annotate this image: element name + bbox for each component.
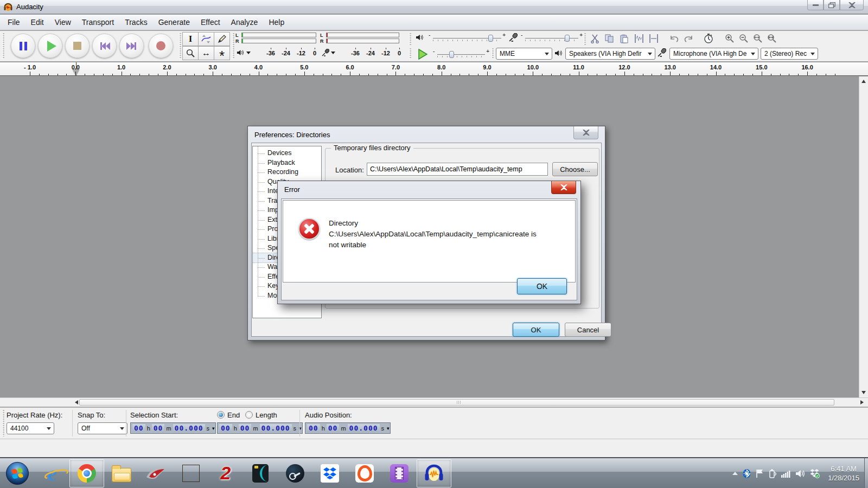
selection-toolbar-grip[interactable] (2, 410, 4, 436)
bluetooth-icon[interactable] (743, 469, 751, 478)
transport-toolbar-grip[interactable] (2, 33, 4, 59)
menu-tracks[interactable]: Tracks (119, 16, 152, 29)
selection-end-field[interactable]: 00h00m00.000s▾ (217, 422, 303, 434)
taskbar-chrome[interactable] (69, 459, 104, 487)
trim-audio-button[interactable] (632, 32, 646, 45)
close-button[interactable] (840, 0, 864, 10)
dropbox-tray-icon[interactable] (810, 469, 820, 478)
paste-button[interactable] (617, 32, 631, 45)
start-button[interactable] (0, 459, 35, 487)
preferences-cancel-button[interactable]: Cancel (565, 323, 611, 337)
time-digits[interactable]: 00 (152, 424, 165, 432)
taskbar-file-explorer[interactable] (104, 459, 139, 487)
length-radio-label[interactable]: Length (256, 411, 277, 419)
tools-toolbar-grip[interactable] (179, 33, 181, 59)
restore-button[interactable] (824, 0, 840, 10)
minimize-button[interactable] (807, 0, 824, 10)
scroll-right-icon[interactable] (860, 400, 864, 404)
pause-button[interactable] (11, 34, 35, 58)
playback-meter[interactable]: L R -36-24-120 (234, 32, 317, 60)
scroll-up-icon[interactable] (861, 80, 866, 83)
sync-lock-clock-button[interactable] (701, 32, 715, 45)
multi-tool-button[interactable]: * (214, 46, 230, 60)
selection-start-field[interactable]: 00h00m00.000s▾ (130, 422, 216, 434)
time-digits[interactable]: 00.000 (260, 424, 292, 432)
action-center-flag-icon[interactable] (756, 469, 764, 478)
taskbar-audacity[interactable] (417, 459, 451, 487)
time-digits[interactable]: 00 (307, 424, 320, 432)
slider-thumb[interactable] (449, 51, 454, 58)
menu-effect[interactable]: Effect (195, 16, 226, 29)
zoom-out-button[interactable] (737, 32, 750, 45)
horizontal-scrollbar[interactable] (0, 397, 868, 407)
time-field-dropdown-icon[interactable]: ▾ (212, 426, 215, 431)
playback-device-select[interactable]: Speakers (VIA High Defir (565, 48, 655, 60)
timeline-ruler[interactable]: - 1.00.01.02.03.04.05.06.07.08.09.010.01… (0, 62, 868, 76)
location-input[interactable] (367, 163, 548, 176)
envelope-tool-button[interactable] (198, 32, 214, 46)
slider-thumb[interactable] (488, 35, 493, 42)
project-rate-select[interactable]: 44100 (7, 422, 54, 434)
rewind-button[interactable] (92, 34, 117, 58)
fit-selection-button[interactable] (751, 32, 764, 45)
mixer-toolbar-grip[interactable] (409, 33, 411, 45)
time-digits[interactable]: 00 (327, 424, 340, 432)
snap-to-select[interactable]: Off (78, 422, 127, 434)
menu-edit[interactable]: Edit (25, 16, 49, 29)
play-speed-slider[interactable]: - + (434, 50, 488, 60)
output-volume-slider[interactable]: - + (430, 34, 505, 43)
time-digits[interactable]: 00 (219, 424, 232, 432)
menu-file[interactable]: File (2, 16, 25, 29)
timeshift-tool-button[interactable]: ↔ (198, 46, 214, 60)
taskbar-steam[interactable] (278, 459, 312, 487)
error-ok-button[interactable]: OK (517, 278, 567, 294)
slider-thumb[interactable] (565, 35, 570, 42)
taskbar-guild-wars-2[interactable]: 2 (208, 459, 243, 487)
record-button[interactable] (149, 34, 173, 58)
audio-host-select[interactable]: MME (496, 48, 552, 60)
scroll-left-icon[interactable] (75, 400, 78, 404)
time-digits[interactable]: 00 (239, 424, 252, 432)
fit-project-button[interactable] (765, 32, 778, 45)
draw-tool-button[interactable] (214, 32, 230, 46)
network-signal-icon[interactable] (781, 470, 790, 478)
fast-forward-button[interactable] (119, 34, 144, 58)
zoom-tool-button[interactable] (182, 46, 199, 60)
menu-help[interactable]: Help (263, 16, 290, 29)
undo-button[interactable] (667, 32, 681, 45)
redo-button[interactable] (681, 32, 695, 45)
end-radio-label[interactable]: End (227, 411, 240, 419)
taskbar-dropbox[interactable] (312, 459, 347, 487)
scroll-down-icon[interactable] (861, 391, 866, 394)
time-digits[interactable]: 00.000 (348, 424, 380, 432)
end-radio[interactable] (217, 411, 225, 419)
playback-meter-menu[interactable] (234, 47, 253, 58)
menu-analyze[interactable]: Analyze (226, 16, 264, 29)
prefs-category-recording[interactable]: Recording (253, 168, 321, 177)
recording-device-select[interactable]: Microphone (VIA High De (669, 48, 758, 60)
taskbar-internet-explorer[interactable]: e (35, 459, 69, 487)
volume-icon[interactable] (795, 470, 805, 478)
taskbar-clock[interactable]: 6:41 AM 1/28/2015 (828, 464, 859, 483)
silence-audio-button[interactable] (647, 32, 660, 45)
copy-button[interactable] (603, 32, 616, 45)
menu-view[interactable]: View (49, 16, 76, 29)
choose-button[interactable]: Choose... (552, 162, 598, 176)
input-volume-slider[interactable]: - + (522, 34, 582, 43)
audio-position-field[interactable]: 00h00m00.000s▾ (305, 422, 391, 434)
prefs-category-devices[interactable]: Devices (253, 149, 321, 158)
device-toolbar-grip[interactable] (492, 48, 494, 59)
time-field-dropdown-icon[interactable]: ▾ (387, 426, 390, 431)
show-desktop-button[interactable] (864, 458, 868, 488)
error-close-button[interactable] (551, 181, 576, 194)
zoom-in-button[interactable] (723, 32, 736, 45)
stop-button[interactable] (65, 34, 90, 58)
selection-tool-button[interactable]: I (182, 32, 199, 46)
preferences-ok-button[interactable]: OK (513, 323, 559, 337)
vertical-scrollbar[interactable] (859, 76, 868, 397)
play-button[interactable] (38, 34, 62, 58)
menu-transport[interactable]: Transport (76, 16, 119, 29)
taskbar-minecraft[interactable] (174, 459, 208, 487)
transcription-toolbar-grip[interactable] (409, 48, 411, 59)
recording-meter[interactable]: L R -36-24-120 (319, 32, 402, 60)
